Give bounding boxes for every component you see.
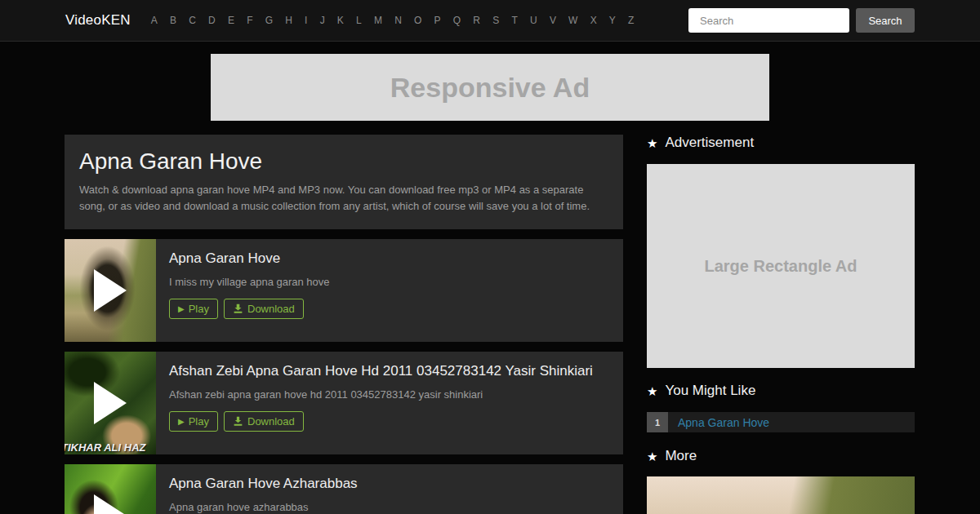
play-overlay-icon — [94, 382, 127, 424]
large-rectangle-ad-placeholder: Large Rectangle Ad — [647, 164, 915, 368]
star-icon: ★ — [647, 385, 657, 397]
related-item[interactable]: 1 Apna Garan Hove — [647, 412, 915, 432]
play-overlay-icon — [94, 269, 127, 312]
more-heading: ★ More — [647, 448, 915, 464]
alpha-link-j[interactable]: J — [320, 15, 325, 26]
video-thumbnail-couple-bicycle[interactable] — [65, 239, 156, 342]
video-description: Apna garan hove azharabbas — [169, 501, 610, 513]
alpha-link-r[interactable]: R — [473, 15, 480, 26]
video-card-body: Apna Garan Hove I miss my village apna g… — [156, 239, 623, 342]
alphabet-nav: A B C D E F G H I J K L M N O P Q R S T … — [151, 15, 635, 26]
alpha-link-m[interactable]: M — [374, 15, 382, 26]
advertisement-heading: ★ Advertisement — [647, 135, 915, 151]
video-card: Apna Garan Hove I miss my village apna g… — [65, 239, 623, 342]
you-might-like-heading-label: You Might Like — [665, 383, 755, 399]
video-card-body: Apna Garan Hove Azharabbas Apna garan ho… — [156, 464, 623, 514]
alpha-link-h[interactable]: H — [285, 15, 292, 26]
download-button-label: Download — [247, 415, 295, 428]
video-title[interactable]: Afshan Zebi Apna Garan Hove Hd 2011 0345… — [169, 363, 610, 379]
play-button-label: Play — [189, 303, 209, 315]
page-body: Apna Garan Hove Watch & download apna ga… — [0, 121, 980, 514]
page-description: Watch & download apna garan hove MP4 and… — [79, 182, 608, 215]
alpha-link-x[interactable]: X — [590, 15, 597, 26]
alpha-link-v[interactable]: V — [550, 15, 556, 26]
sidebar: ★ Advertisement Large Rectangle Ad ★ You… — [647, 135, 915, 514]
video-description: I miss my village apna garan hove — [169, 276, 610, 288]
star-icon: ★ — [647, 137, 657, 149]
alpha-link-c[interactable]: C — [189, 15, 196, 26]
alpha-link-n[interactable]: N — [394, 15, 402, 26]
video-card-body: Afshan Zebi Apna Garan Hove Hd 2011 0345… — [156, 352, 623, 454]
search-form: Search — [688, 8, 915, 33]
advertisement-heading-label: Advertisement — [665, 135, 754, 151]
video-thumbnail-woman-greenery[interactable] — [65, 464, 156, 514]
download-button[interactable]: Download — [224, 299, 304, 319]
play-button[interactable]: ▶ Play — [169, 411, 218, 432]
alpha-link-y[interactable]: Y — [609, 15, 616, 26]
alpha-link-e[interactable]: E — [228, 15, 234, 26]
download-icon — [233, 416, 243, 427]
video-thumbnail-foliage[interactable]: TIKHAR ALI HAZ — [65, 352, 156, 454]
alpha-link-w[interactable]: W — [568, 15, 577, 26]
more-heading-label: More — [665, 448, 697, 464]
page-header-card: Apna Garan Hove Watch & download apna ga… — [65, 135, 623, 229]
download-icon — [233, 304, 243, 314]
video-title[interactable]: Apna Garan Hove — [169, 250, 610, 267]
page-title: Apna Garan Hove — [79, 148, 608, 175]
related-link[interactable]: Apna Garan Hove — [678, 416, 769, 429]
alpha-link-f[interactable]: F — [247, 15, 252, 26]
play-overlay-icon — [94, 494, 127, 514]
video-card: Apna Garan Hove Azharabbas Apna garan ho… — [65, 464, 623, 514]
large-rectangle-ad-label: Large Rectangle Ad — [704, 257, 857, 276]
star-icon: ★ — [647, 450, 657, 463]
alpha-link-z[interactable]: Z — [628, 15, 634, 26]
main-column: Apna Garan Hove Watch & download apna ga… — [65, 135, 623, 514]
alpha-link-l[interactable]: L — [356, 15, 362, 26]
video-description: Afshan zebi apna garan hove hd 2011 0345… — [169, 388, 610, 401]
alpha-link-a[interactable]: A — [151, 15, 158, 26]
alpha-link-i[interactable]: I — [305, 15, 307, 26]
top-navbar: VideoKEN A B C D E F G H I J K L M N O P… — [0, 0, 980, 42]
alpha-link-d[interactable]: D — [208, 15, 216, 26]
video-card: TIKHAR ALI HAZ Afshan Zebi Apna Garan Ho… — [65, 352, 623, 454]
play-icon: ▶ — [178, 305, 185, 313]
brand-logo[interactable]: VideoKEN — [65, 12, 131, 29]
responsive-ad-label: Responsive Ad — [390, 72, 590, 104]
alpha-link-p[interactable]: P — [434, 15, 441, 26]
alpha-link-s[interactable]: S — [492, 15, 499, 26]
more-video-thumbnail-couple[interactable] — [647, 476, 915, 514]
video-actions: ▶ Play Download — [169, 299, 610, 319]
alpha-link-o[interactable]: O — [414, 15, 421, 26]
download-button-label: Download — [247, 303, 295, 315]
rank-badge: 1 — [647, 412, 668, 432]
download-button[interactable]: Download — [224, 411, 304, 432]
thumbnail-caption: TIKHAR ALI HAZ — [65, 441, 146, 454]
alpha-link-g[interactable]: G — [265, 15, 273, 26]
alpha-link-b[interactable]: B — [170, 15, 176, 26]
video-actions: ▶ Play Download — [169, 411, 610, 432]
play-icon: ▶ — [178, 418, 185, 426]
responsive-ad-placeholder: Responsive Ad — [211, 54, 769, 121]
you-might-like-heading: ★ You Might Like — [647, 383, 915, 399]
alpha-link-k[interactable]: K — [337, 15, 344, 26]
alpha-link-u[interactable]: U — [530, 15, 537, 26]
video-title[interactable]: Apna Garan Hove Azharabbas — [169, 476, 610, 492]
search-input[interactable] — [688, 8, 849, 33]
alpha-link-q[interactable]: Q — [453, 15, 461, 26]
play-button-label: Play — [189, 415, 209, 428]
play-button[interactable]: ▶ Play — [169, 299, 218, 319]
alpha-link-t[interactable]: T — [511, 15, 517, 26]
search-button[interactable]: Search — [856, 8, 915, 33]
